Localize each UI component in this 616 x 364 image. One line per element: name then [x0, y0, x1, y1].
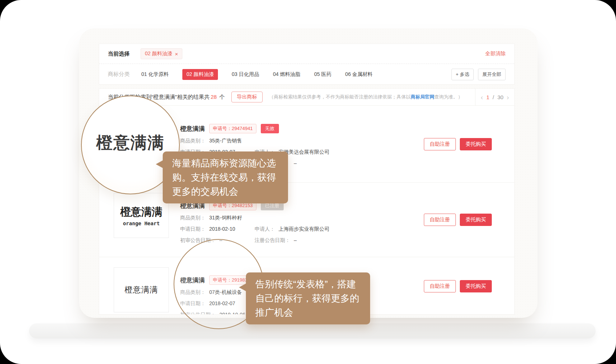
trademark-image-text: 橙意满满: [120, 205, 162, 219]
close-icon[interactable]: ×: [175, 51, 178, 57]
trademark-image-subtext: orange Heart: [123, 221, 159, 226]
screenshot-canvas: 当前选择 02 颜料油漆 × 全部清除 商标分类 01 化学原料 02 颜料油漆…: [0, 0, 616, 364]
row-actions-3: 自助注册 委托购买: [424, 280, 492, 292]
tooltip-promotion: 告别传统“发表格”，搭建自己的标行，获得更多的推广机会: [246, 272, 370, 324]
tooltip-marketplace: 海量精品商标资源随心选购。支持在线交易，获得更多的交易机会: [163, 151, 288, 203]
tab-category-05[interactable]: 05 医药: [314, 71, 331, 78]
trademark-name: 橙意满满: [180, 125, 205, 133]
first-pub-label: 初审公告日期：: [180, 236, 216, 244]
results-header: 当前分类下检索到“橙意满满”相关的结果共28 个 导出商标 （商标检索结果仅供参…: [99, 89, 514, 106]
results-count: 28: [211, 94, 217, 100]
trademark-image-2[interactable]: 橙意满满 orange Heart: [114, 193, 169, 238]
category-field-value: 31类-饲料种籽: [209, 214, 242, 222]
app-no-label: 申请号：: [213, 203, 232, 208]
result-row-2: 橙意满满 orange Heart 橙意满满 申请号：29482153 已注册 …: [99, 182, 514, 257]
reg-pub-value: –: [294, 159, 297, 167]
date-field-value: 2018-02-10: [209, 225, 235, 233]
trademark-detail-2: 橙意满满 申请号：29482153 已注册 商品类别： 31类-饲料种籽 申请日…: [180, 201, 329, 257]
pagination: ‹ 1 / 30 ›: [475, 89, 514, 105]
current-page: 1: [486, 94, 489, 100]
application-number-badge: 申请号：29474941: [209, 124, 256, 133]
first-pub-label: 初审公告日期：: [180, 311, 216, 315]
export-trademark-button[interactable]: 导出商标: [231, 92, 263, 102]
status-badge-invalid: 无效: [261, 124, 279, 133]
entrust-buy-button[interactable]: 委托购买: [460, 280, 492, 292]
tab-category-06[interactable]: 06 金属材料: [345, 71, 372, 78]
category-label: 商标分类: [108, 71, 130, 78]
disclaimer-prefix: （商标检索结果仅供参考，不作为商标能否注册的法律依据；具体以: [269, 94, 411, 100]
tab-category-04[interactable]: 04 燃料油脂: [273, 71, 300, 78]
clear-all-button[interactable]: 全部清除: [485, 50, 506, 57]
category-tabs-row: 商标分类 01 化学原料 02 颜料油漆 03 日化用品 04 燃料油脂 05 …: [99, 64, 514, 85]
category-field-value: 35类-广告销售: [209, 137, 242, 145]
category-field-label: 商品类别：: [180, 288, 206, 296]
trademark-image-text: 橙意满满: [125, 284, 158, 295]
category-field-value: 07类-机械设备: [209, 288, 242, 296]
reg-pub-label: 注册公告日期：: [255, 236, 290, 244]
self-register-button[interactable]: 自助注册: [424, 138, 456, 150]
expand-all-button[interactable]: 展开全部: [478, 69, 506, 80]
row-actions-2: 自助注册 委托购买: [424, 214, 492, 226]
magnified-trademark-text: 橙意满满: [96, 132, 165, 154]
laptop-base: [29, 323, 596, 339]
applicant-field-label: 申请人：: [255, 225, 275, 233]
selected-filter-tag[interactable]: 02 颜料油漆 ×: [141, 48, 182, 59]
results-summary-suffix: 个: [218, 94, 225, 100]
row-actions-1: 自助注册 委托购买: [424, 138, 492, 150]
tab-category-01[interactable]: 01 化学原料: [141, 71, 169, 78]
applicant-field-value: 上海雨步实业有限公司: [279, 225, 329, 233]
filter-panel: 当前选择 02 颜料油漆 × 全部清除 商标分类 01 化学原料 02 颜料油漆…: [99, 44, 515, 85]
date-field-label: 申请日期：: [180, 299, 206, 307]
disclaimer-suffix: 查询为准。）: [434, 94, 463, 100]
app-no-label: 申请号：: [213, 126, 232, 131]
selected-filter-tag-label: 02 颜料油漆: [145, 50, 172, 57]
entrust-buy-button[interactable]: 委托购买: [460, 138, 492, 150]
tab-category-02-selected[interactable]: 02 颜料油漆: [182, 69, 218, 80]
app-no-label: 申请号：: [213, 277, 232, 283]
current-selection-label: 当前选择: [108, 50, 130, 57]
first-pub-value: 2018-10-06: [219, 311, 246, 315]
self-register-button[interactable]: 自助注册: [424, 214, 456, 226]
category-field-label: 商品类别：: [180, 137, 206, 145]
trademark-detail-3: 橙意满满 申请号：29198321 商品类别： 07类-机械设备 申请日期： 2…: [180, 275, 256, 315]
category-field-label: 商品类别：: [180, 214, 206, 222]
multi-select-button[interactable]: + 多选: [451, 69, 474, 80]
next-page-icon[interactable]: ›: [507, 94, 509, 101]
prev-page-icon[interactable]: ‹: [481, 94, 483, 101]
trademark-image-3[interactable]: 橙意满满: [114, 267, 169, 312]
self-register-button[interactable]: 自助注册: [424, 280, 456, 292]
trademark-name: 橙意满满: [180, 276, 205, 284]
filter-action-buttons: + 多选 展开全部: [451, 69, 506, 80]
trademark-office-link[interactable]: 商标局官网: [411, 94, 434, 100]
current-selection-row: 当前选择 02 颜料油漆 × 全部清除: [99, 44, 514, 64]
entrust-buy-button[interactable]: 委托购买: [460, 214, 492, 226]
first-pub-value: –: [219, 236, 222, 244]
app-no-value: 29482153: [232, 203, 253, 208]
date-field-label: 申请日期：: [180, 225, 206, 233]
date-field-value: 2018-02-07: [209, 299, 235, 307]
tab-category-03[interactable]: 03 日化用品: [232, 71, 259, 78]
reg-pub-value: –: [294, 236, 297, 244]
page-separator: /: [493, 94, 494, 100]
category-tabs: 01 化学原料 02 颜料油漆 03 日化用品 04 燃料油脂 05 医药 06…: [141, 69, 373, 80]
disclaimer-note: （商标检索结果仅供参考，不作为商标能否注册的法律依据；具体以商标局官网查询为准。…: [269, 94, 463, 100]
app-no-value: 29474941: [232, 126, 253, 131]
total-pages: 30: [497, 94, 503, 100]
